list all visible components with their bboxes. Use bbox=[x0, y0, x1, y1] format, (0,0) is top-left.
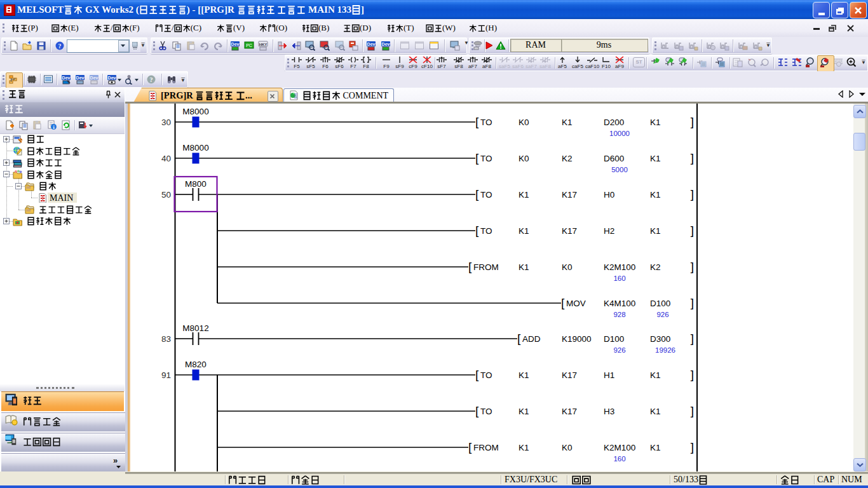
svg-text:K2: K2 bbox=[650, 262, 661, 272]
svg-text:K1: K1 bbox=[650, 407, 661, 416]
svg-text:K19000: K19000 bbox=[562, 334, 592, 344]
svg-text:H3: H3 bbox=[604, 407, 614, 416]
svg-text:10000: 10000 bbox=[609, 130, 630, 137]
svg-text:K17: K17 bbox=[562, 226, 577, 236]
svg-text:40: 40 bbox=[161, 154, 171, 163]
svg-text:K1: K1 bbox=[519, 226, 529, 236]
svg-text:K1: K1 bbox=[650, 118, 661, 127]
svg-text:]: ] bbox=[691, 151, 694, 165]
svg-text:Dev: Dev bbox=[62, 76, 71, 80]
svg-text:TO: TO bbox=[480, 118, 492, 127]
svg-text:M820: M820 bbox=[185, 360, 207, 369]
svg-text:[: [ bbox=[475, 115, 479, 128]
svg-text:K2: K2 bbox=[562, 154, 573, 163]
svg-text:D200: D200 bbox=[604, 118, 624, 127]
svg-text:M8012: M8012 bbox=[182, 323, 208, 333]
svg-text:?: ? bbox=[150, 76, 153, 83]
svg-text:Dev: Dev bbox=[90, 76, 98, 80]
svg-text:K1: K1 bbox=[650, 226, 661, 236]
svg-text:50: 50 bbox=[161, 190, 171, 200]
svg-text:PC: PC bbox=[246, 43, 252, 48]
svg-text:K0: K0 bbox=[562, 262, 573, 272]
svg-text:K1: K1 bbox=[519, 407, 529, 416]
svg-text:K1: K1 bbox=[562, 118, 573, 127]
svg-text:]: ] bbox=[691, 440, 694, 454]
svg-text:D300: D300 bbox=[650, 334, 670, 344]
svg-text:M8000: M8000 bbox=[182, 107, 208, 116]
svg-text:K0: K0 bbox=[519, 154, 529, 163]
svg-text:Dev: Dev bbox=[382, 42, 390, 46]
svg-text:ADD: ADD bbox=[522, 334, 541, 344]
svg-text:TO: TO bbox=[480, 370, 492, 380]
svg-text:K1: K1 bbox=[519, 443, 529, 452]
svg-text:]: ] bbox=[691, 404, 694, 417]
svg-text:91: 91 bbox=[161, 370, 171, 380]
svg-text:[: [ bbox=[475, 224, 479, 237]
svg-text:K1: K1 bbox=[519, 262, 529, 272]
svg-text:[: [ bbox=[468, 440, 472, 454]
svg-text:160: 160 bbox=[613, 274, 625, 282]
svg-text:]: ] bbox=[691, 368, 694, 381]
svg-text:M8000: M8000 bbox=[182, 143, 208, 152]
svg-text:TO: TO bbox=[480, 407, 492, 416]
svg-text:H2: H2 bbox=[604, 226, 614, 236]
svg-text:19926: 19926 bbox=[655, 346, 675, 354]
svg-text:MOV: MOV bbox=[566, 299, 586, 308]
svg-text:K1: K1 bbox=[650, 443, 661, 452]
svg-text:K1: K1 bbox=[650, 370, 661, 380]
svg-text:K1: K1 bbox=[650, 190, 661, 200]
svg-text:Dev: Dev bbox=[367, 42, 376, 46]
svg-text:926: 926 bbox=[656, 311, 668, 318]
svg-text:]: ] bbox=[691, 187, 694, 201]
svg-text:FROM: FROM bbox=[473, 262, 499, 272]
svg-text:HKY: HKY bbox=[259, 43, 268, 46]
svg-text:K2M100: K2M100 bbox=[604, 262, 635, 272]
svg-text:928: 928 bbox=[613, 311, 625, 318]
svg-text:[: [ bbox=[475, 404, 479, 417]
svg-text:[: [ bbox=[475, 368, 479, 381]
svg-text:K17: K17 bbox=[562, 190, 577, 200]
svg-text:]: ] bbox=[691, 332, 694, 345]
svg-text:K0: K0 bbox=[519, 118, 529, 127]
svg-text:Dev: Dev bbox=[76, 76, 85, 80]
svg-text:Dev: Dev bbox=[231, 42, 240, 46]
svg-text:[: [ bbox=[475, 187, 479, 201]
svg-text:K4M100: K4M100 bbox=[604, 299, 635, 308]
svg-text:5000: 5000 bbox=[611, 166, 628, 173]
svg-text:D100: D100 bbox=[604, 334, 624, 344]
svg-text:]: ] bbox=[691, 296, 694, 309]
svg-text:H1: H1 bbox=[604, 370, 614, 380]
svg-text:Dev: Dev bbox=[108, 76, 116, 80]
svg-text:]: ] bbox=[691, 224, 694, 237]
svg-text:K17: K17 bbox=[562, 407, 577, 416]
svg-text:H0: H0 bbox=[604, 190, 614, 200]
svg-text:TO: TO bbox=[480, 226, 492, 236]
svg-text:]: ] bbox=[691, 115, 694, 128]
svg-text:?: ? bbox=[58, 43, 62, 50]
svg-text:FROM: FROM bbox=[473, 443, 499, 452]
svg-text:K17: K17 bbox=[562, 370, 577, 380]
svg-text:[: [ bbox=[561, 296, 565, 309]
svg-text:K1: K1 bbox=[519, 370, 529, 380]
svg-text:K1: K1 bbox=[519, 190, 529, 200]
svg-text:[: [ bbox=[468, 260, 472, 273]
svg-text:83: 83 bbox=[161, 334, 171, 344]
svg-text:TO: TO bbox=[480, 154, 492, 163]
svg-text:30: 30 bbox=[161, 118, 171, 127]
svg-text:926: 926 bbox=[613, 346, 625, 354]
svg-text:160: 160 bbox=[613, 455, 625, 463]
svg-text:K1: K1 bbox=[650, 154, 661, 163]
svg-text:M800: M800 bbox=[185, 179, 207, 189]
svg-text:[: [ bbox=[517, 332, 521, 345]
svg-text:K0: K0 bbox=[562, 443, 573, 452]
svg-text:]: ] bbox=[691, 260, 694, 273]
svg-text:TO: TO bbox=[480, 190, 492, 200]
svg-text:D100: D100 bbox=[650, 299, 670, 308]
svg-text:[: [ bbox=[475, 151, 479, 165]
svg-text:D600: D600 bbox=[604, 154, 624, 163]
svg-text:K2M100: K2M100 bbox=[604, 443, 635, 452]
